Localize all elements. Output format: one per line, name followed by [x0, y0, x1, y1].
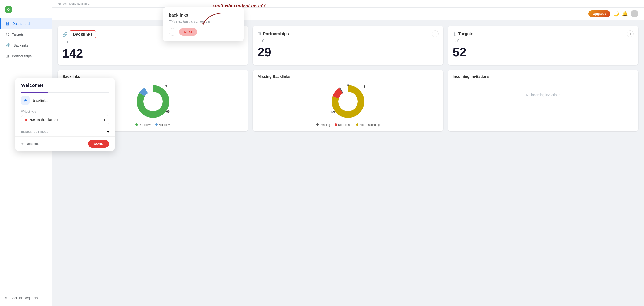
sidebar-item-partnerships[interactable]: ⊞ Partnerships	[0, 50, 52, 61]
step-name: backlinks	[33, 98, 48, 103]
notifications-icon[interactable]: 🔔	[622, 11, 628, 16]
design-settings-label: DESIGN SETTINGS	[21, 130, 49, 134]
sidebar-logo: G	[0, 4, 52, 18]
upgrade-button[interactable]: Upgrade	[588, 10, 610, 17]
design-settings-chevron-icon: ▾	[107, 130, 109, 134]
backlinks-card-title: Backlinks	[70, 30, 96, 38]
sidebar: G ▦ Dashboard ◎ Targets 🔗 Backlinks ⊞ Pa…	[0, 0, 52, 306]
backlinks-icon: 🔗	[6, 42, 11, 48]
design-settings-section[interactable]: DESIGN SETTINGS ▾	[15, 127, 115, 137]
sidebar-item-backlink-requests[interactable]: ✉ Backlink Requests	[0, 294, 52, 302]
reselect-label: Reselect	[26, 142, 38, 146]
chevron-down-icon: ▾	[104, 118, 106, 122]
targets-card-icon: ◎	[453, 31, 456, 36]
welcome-panel: Welcome! ⊙ backlinks Widget type ▣ Next …	[15, 78, 115, 151]
backlink-requests-icon: ✉	[5, 296, 8, 300]
widget-type-select-icon: ▣	[24, 118, 28, 122]
partnerships-value: 29	[258, 45, 438, 59]
sidebar-item-label: Dashboard	[12, 21, 30, 25]
welcome-title: Welcome!	[21, 83, 109, 88]
backlinks-donut-chart: 6 69	[134, 83, 172, 120]
targets-value: 52	[453, 45, 634, 59]
incoming-invitations-title: Incoming Invitations	[453, 75, 634, 79]
sidebar-item-dashboard[interactable]: ▦ Dashboard	[0, 18, 52, 29]
no-definitions-bar: No definitions available.	[52, 0, 644, 7]
no-definitions-text: No definitions available.	[58, 2, 90, 5]
backlinks-value: 142	[62, 46, 243, 60]
sidebar-item-label: Backlinks	[14, 43, 28, 47]
partnerships-icon: ⊞	[6, 53, 9, 59]
tooltip-footer: ← NEXT	[169, 28, 238, 36]
partnerships-card-icon: ⊞	[258, 31, 261, 36]
widget-type-select[interactable]: ▣ Next to the element ▾	[21, 115, 109, 124]
tooltip-next-button[interactable]: NEXT	[179, 28, 198, 36]
sidebar-item-label: Targets	[12, 32, 24, 36]
welcome-header: Welcome!	[15, 78, 115, 93]
tooltip-popup: backlinks This step has no content yet ←…	[163, 7, 244, 41]
logo-icon: G	[5, 6, 12, 13]
step-icon: ⊙	[21, 96, 30, 105]
user-avatar[interactable]	[631, 10, 638, 17]
topbar: Upgrade 🌙 🔔	[52, 7, 644, 20]
no-invitations-message: No incoming invitations	[453, 93, 634, 97]
sidebar-item-backlinks[interactable]: 🔗 Backlinks	[0, 40, 52, 50]
widget-type-section: Widget type ▣ Next to the element ▾	[15, 108, 115, 127]
tooltip-body: This step has no content yet	[169, 20, 238, 23]
sidebar-item-label: Backlink Requests	[10, 296, 38, 300]
targets-card: ◎ Targets + → 0 52	[448, 26, 638, 65]
missing-backlinks-legend: Pending Not Found Not Responding	[258, 123, 438, 127]
dark-mode-icon[interactable]: 🌙	[613, 11, 619, 16]
reselect-icon: ⊕	[21, 142, 24, 146]
targets-card-title: Targets	[458, 31, 474, 36]
partnerships-card: ⊞ Partnerships + → 0 29	[253, 26, 443, 65]
done-button[interactable]: DONE	[88, 140, 109, 148]
dashboard-icon: ▦	[6, 21, 10, 26]
welcome-step-item: ⊙ backlinks	[15, 93, 115, 108]
targets-icon: ◎	[6, 32, 9, 37]
targets-delta: → 0	[453, 39, 634, 43]
incoming-invitations-card: Incoming Invitations No incoming invitat…	[448, 70, 638, 131]
partnerships-card-title: Partnerships	[263, 31, 289, 36]
widget-type-label: Widget type	[21, 110, 109, 113]
tooltip-back-button[interactable]: ←	[169, 28, 176, 36]
reselect-button[interactable]: ⊕ Reselect	[21, 142, 38, 146]
partnerships-add-button[interactable]: +	[432, 30, 438, 37]
missing-backlinks-title: Missing Backlinks	[258, 75, 438, 79]
missing-backlinks-card: Missing Backlinks 0 8 59 Pending	[253, 70, 443, 131]
widget-type-value: Next to the element	[30, 118, 58, 122]
targets-add-button[interactable]: +	[627, 30, 634, 37]
tooltip-title: backlinks	[169, 13, 238, 18]
main-content: No definitions available. Upgrade 🌙 🔔 🔗 …	[52, 0, 644, 306]
backlinks-card-icon: 🔗	[62, 32, 68, 37]
missing-backlinks-donut: 0 8 59	[329, 83, 367, 120]
sidebar-item-targets[interactable]: ◎ Targets	[0, 29, 52, 40]
dashboard-grid: 🔗 Backlinks + → 0 142 ⊞ Partnerships	[52, 20, 644, 137]
welcome-footer: ⊕ Reselect DONE	[15, 137, 115, 151]
partnerships-delta: → 0	[258, 39, 438, 43]
sidebar-item-label: Partnerships	[12, 54, 32, 58]
